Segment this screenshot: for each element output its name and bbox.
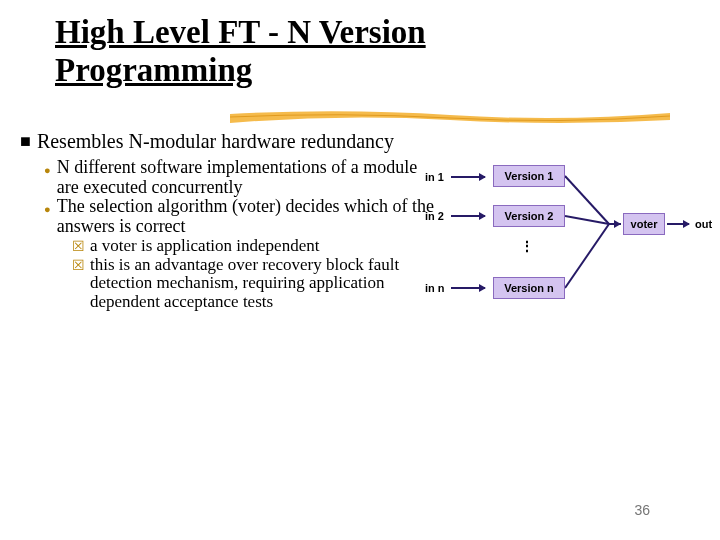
box-x-icon: ☒ [72, 239, 85, 254]
page-title: High Level FT - N Version Programming [55, 14, 575, 90]
box-version2: Version 2 [493, 205, 565, 227]
bullet-l1-text: Resembles N-modular hardware redundancy [37, 130, 394, 152]
svg-marker-4 [614, 220, 621, 228]
arrow-inn [451, 287, 485, 289]
bullet-l3b: ☒ this is an advantage over recovery blo… [72, 256, 435, 312]
box-x-icon: ☒ [72, 258, 85, 273]
svg-line-2 [565, 224, 609, 288]
bullet-l3b-text: this is an advantage over recovery block… [90, 256, 435, 312]
arrow-in2 [451, 215, 485, 217]
label-out: out [695, 218, 712, 230]
merge-lines [565, 165, 629, 299]
label-in1: in 1 [425, 171, 444, 183]
box-voter: voter [623, 213, 665, 235]
box-version1: Version 1 [493, 165, 565, 187]
box-versionn: Version n [493, 277, 565, 299]
label-in2: in 2 [425, 210, 444, 222]
bullet-l1: ■ Resembles N-modular hardware redundanc… [20, 130, 435, 152]
square-bullet-icon: ■ [20, 132, 31, 152]
bullet-l3a: ☒ a voter is application independent [72, 237, 435, 256]
arrow-out [667, 223, 689, 225]
bullet-l2a: ● N different software implementations o… [44, 158, 435, 198]
bullet-l2b-text: The selection algorithm (voter) decides … [57, 197, 435, 237]
decorative-brush [230, 110, 670, 126]
n-version-diagram: in 1 in 2 in n Version 1 Version 2 Versi… [425, 165, 715, 325]
label-inn: in n [425, 282, 445, 294]
bullet-l2a-text: N different software implementations of … [57, 158, 435, 198]
bullet-l2b: ● The selection algorithm (voter) decide… [44, 197, 435, 237]
dots-vertical: ⋮ [520, 238, 537, 254]
circle-bullet-icon: ● [44, 203, 51, 215]
arrow-in1 [451, 176, 485, 178]
content-block: ■ Resembles N-modular hardware redundanc… [20, 130, 435, 312]
page-number: 36 [634, 502, 650, 518]
circle-bullet-icon: ● [44, 164, 51, 176]
bullet-l3a-text: a voter is application independent [90, 237, 319, 256]
